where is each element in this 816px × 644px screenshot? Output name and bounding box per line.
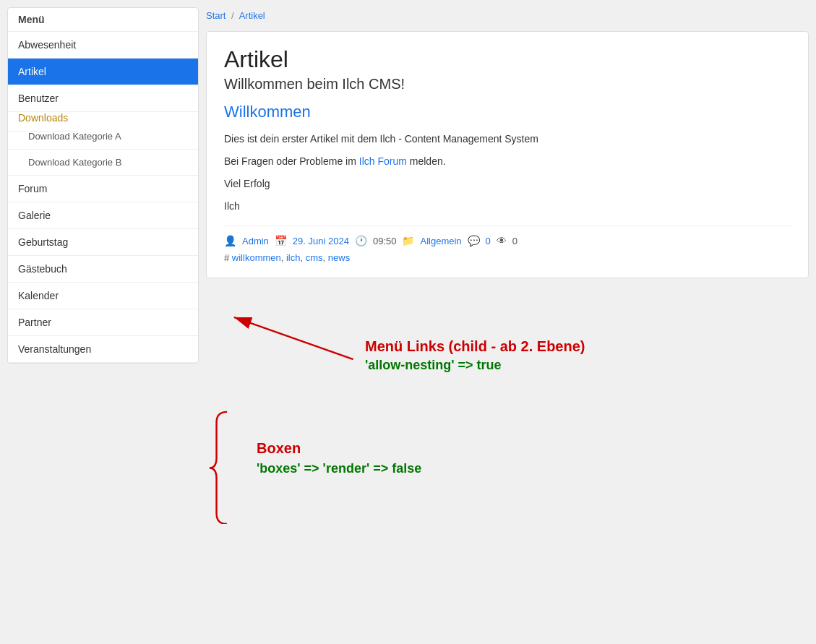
sidebar-item-download-kat-b[interactable]: Download Kategorie B — [8, 150, 198, 176]
article-link[interactable]: Willkommen — [224, 103, 791, 121]
meta-time: 09:50 — [373, 236, 397, 246]
article-title: Artikel — [224, 46, 791, 73]
article-forum-link[interactable]: Ilch Forum — [359, 155, 407, 167]
article-body-line2: Bei Fragen oder Probleme im Ilch Forum m… — [224, 154, 791, 169]
article-box: Artikel Willkommen beim Ilch CMS! Willko… — [206, 31, 809, 278]
meta-category[interactable]: Allgemein — [420, 236, 461, 246]
article-sign2: Ilch — [224, 199, 791, 214]
tag-ilch[interactable]: ilch — [286, 252, 301, 263]
article-tags: # willkommen, ilch, cms, news — [224, 252, 791, 263]
article-body-line1: Dies ist dein erster Artikel mit dem Ilc… — [224, 132, 791, 147]
sidebar-header: Menü — [8, 8, 198, 32]
article-subtitle: Willkommen beim Ilch CMS! — [224, 76, 791, 93]
sidebar-item-galerie[interactable]: Galerie — [8, 202, 198, 229]
sidebar: Menü Abwesenheit Artikel Benutzer Downlo… — [7, 7, 199, 364]
tag-cms[interactable]: cms — [306, 252, 323, 263]
breadcrumb: Start / Artikel — [206, 7, 809, 24]
meta-comments[interactable]: 0 — [486, 236, 491, 246]
article-sign1: Viel Erfolg — [224, 176, 791, 192]
sidebar-item-artikel[interactable]: Artikel — [8, 59, 198, 85]
sidebar-item-kalender[interactable]: Kalender — [8, 283, 198, 309]
sidebar-item-partner[interactable]: Partner — [8, 309, 198, 336]
annotation-boxen-line2: 'boxes' => 'render' => false — [257, 459, 421, 478]
sidebar-item-gaestebuch[interactable]: Gästebuch — [8, 256, 198, 283]
annotation-menu-line1: Menü Links (child - ab 2. Ebene) — [365, 336, 585, 356]
article-body-line2-suffix: melden. — [407, 155, 446, 167]
annotation-area: Menü Links (child - ab 2. Ebene) 'allow-… — [206, 293, 809, 524]
annotation-menu-line2: 'allow-nesting' => true — [365, 356, 585, 374]
sidebar-group-downloads: Downloads — [8, 105, 78, 132]
breadcrumb-separator: / — [231, 10, 234, 21]
meta-author[interactable]: Admin — [242, 236, 269, 246]
folder-icon: 📁 — [402, 235, 414, 246]
eye-icon: 👁 — [497, 235, 507, 246]
main-content: Start / Artikel Artikel Willkommen beim … — [206, 7, 809, 637]
article-body-line2-prefix: Bei Fragen oder Probleme im — [224, 155, 359, 167]
article-body: Dies ist dein erster Artikel mit dem Ilc… — [224, 132, 791, 214]
meta-date[interactable]: 29. Juni 2024 — [293, 236, 349, 246]
calendar-icon: 📅 — [275, 235, 287, 246]
sidebar-item-abwesenheit[interactable]: Abwesenheit — [8, 32, 198, 59]
svg-line-1 — [234, 317, 353, 359]
annotation-menu-label: Menü Links (child - ab 2. Ebene) 'allow-… — [365, 336, 585, 374]
user-icon: 👤 — [224, 235, 236, 246]
breadcrumb-current[interactable]: Artikel — [239, 10, 265, 21]
annotation-boxen-line1: Boxen — [257, 437, 421, 459]
tag-willkommen[interactable]: willkommen — [232, 252, 281, 263]
tag-news[interactable]: news — [328, 252, 350, 263]
meta-views: 0 — [512, 236, 517, 246]
annotation-arrows — [206, 293, 809, 524]
clock-icon: 🕐 — [355, 235, 367, 246]
annotation-boxen-label: Boxen 'boxes' => 'render' => false — [257, 437, 421, 478]
breadcrumb-start[interactable]: Start — [206, 10, 226, 21]
sidebar-item-veranstaltungen[interactable]: Veranstaltungen — [8, 336, 198, 363]
sidebar-item-forum[interactable]: Forum — [8, 176, 198, 202]
comment-icon: 💬 — [468, 235, 480, 246]
sidebar-item-geburtstag[interactable]: Geburtstag — [8, 229, 198, 256]
article-meta: 👤 Admin 📅 29. Juni 2024 🕐 09:50 📁 Allgem… — [224, 226, 791, 246]
tags-hash: # — [224, 252, 232, 263]
